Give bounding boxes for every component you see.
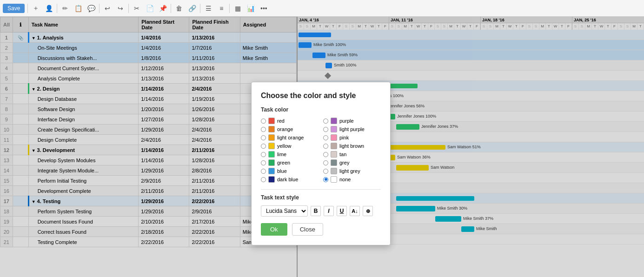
color-radio[interactable] bbox=[261, 169, 266, 174]
color-swatch bbox=[268, 151, 275, 158]
color-label: blue bbox=[277, 168, 287, 174]
color-radio[interactable] bbox=[323, 169, 328, 174]
chart-icon[interactable]: 📊 bbox=[246, 3, 256, 13]
color-label: purple bbox=[339, 118, 354, 124]
color-label: light orange bbox=[277, 135, 304, 140]
color-swatch bbox=[268, 168, 275, 174]
color-radio[interactable] bbox=[323, 160, 328, 165]
color-radio[interactable] bbox=[261, 119, 266, 124]
color-swatch bbox=[331, 126, 337, 132]
color-style-modal: Choose the color and style Task color re… bbox=[251, 82, 391, 245]
color-label: light brown bbox=[339, 143, 364, 149]
add-icon[interactable]: ＋ bbox=[31, 3, 41, 13]
color-option[interactable]: grey bbox=[323, 159, 381, 166]
color-option[interactable]: light orange bbox=[261, 134, 319, 141]
color-label: grey bbox=[339, 160, 349, 165]
color-radio[interactable] bbox=[323, 152, 328, 157]
color-grid: redpurpleorangelight purplelight orangep… bbox=[261, 118, 381, 183]
undo-icon[interactable]: ↩ bbox=[102, 3, 113, 13]
modal-title: Choose the color and style bbox=[261, 92, 381, 100]
separator-4 bbox=[128, 4, 129, 13]
color-option[interactable]: light brown bbox=[323, 143, 381, 149]
color-option[interactable]: light purple bbox=[323, 126, 381, 132]
color-label: none bbox=[339, 177, 351, 182]
modal-overlay: Choose the color and style Task color re… bbox=[0, 17, 644, 277]
more-icon[interactable]: ••• bbox=[259, 3, 269, 13]
ok-button[interactable]: Ok bbox=[261, 223, 287, 236]
color-option[interactable]: tan bbox=[323, 151, 381, 158]
color-option[interactable]: lime bbox=[261, 151, 319, 158]
separator-5 bbox=[171, 4, 171, 13]
separator-2 bbox=[57, 4, 57, 13]
separator-7 bbox=[229, 4, 230, 13]
color-radio[interactable] bbox=[261, 177, 266, 182]
separator-3 bbox=[99, 4, 100, 13]
color-radio[interactable] bbox=[323, 177, 328, 182]
font-color-button[interactable]: A↓ bbox=[350, 206, 360, 216]
color-radio[interactable] bbox=[261, 127, 266, 132]
color-option[interactable]: dark blue bbox=[261, 176, 319, 183]
color-radio[interactable] bbox=[261, 135, 266, 140]
grid-icon[interactable]: ▦ bbox=[232, 3, 243, 13]
color-swatch bbox=[331, 159, 337, 166]
color-radio[interactable] bbox=[323, 144, 328, 149]
color-swatch bbox=[331, 118, 337, 124]
color-swatch bbox=[331, 168, 337, 174]
task-text-style-label: Task text style bbox=[261, 194, 381, 201]
toolbar: Save ＋ 👤 ✏ 📋 💬 ↩ ↪ ✂ 📄 📌 🗑 🔗 ☰ ≡ ▦ 📊 ••• bbox=[0, 0, 644, 17]
color-label: red bbox=[277, 118, 285, 124]
color-radio[interactable] bbox=[261, 152, 266, 157]
color-option[interactable]: purple bbox=[323, 118, 381, 124]
underline-button[interactable]: U bbox=[337, 206, 347, 216]
pin-icon[interactable]: 📌 bbox=[158, 3, 168, 13]
color-option[interactable]: blue bbox=[261, 168, 319, 174]
color-label: pink bbox=[339, 135, 349, 140]
color-label: light purple bbox=[339, 126, 365, 132]
color-option[interactable]: green bbox=[261, 159, 319, 166]
copy-icon[interactable]: 📋 bbox=[73, 3, 83, 13]
color-label: orange bbox=[277, 126, 293, 132]
link-icon[interactable]: 🔗 bbox=[187, 3, 197, 13]
color-option[interactable]: yellow bbox=[261, 143, 319, 149]
redo-icon[interactable]: ↪ bbox=[115, 3, 126, 13]
color-swatch bbox=[268, 118, 275, 124]
font-select[interactable]: Lucida Sans bbox=[261, 205, 308, 217]
paste-icon[interactable]: 📄 bbox=[145, 3, 155, 13]
save-button[interactable]: Save bbox=[3, 4, 25, 13]
list-icon[interactable]: ☰ bbox=[203, 3, 213, 13]
color-radio[interactable] bbox=[323, 119, 328, 124]
edit-icon[interactable]: ✏ bbox=[60, 3, 70, 13]
color-option[interactable]: pink bbox=[323, 134, 381, 141]
color-option[interactable]: none bbox=[323, 176, 381, 183]
color-label: dark blue bbox=[277, 177, 298, 182]
color-swatch bbox=[268, 159, 275, 166]
color-radio[interactable] bbox=[261, 160, 266, 165]
modal-divider bbox=[261, 189, 381, 190]
color-option[interactable]: red bbox=[261, 118, 319, 124]
color-radio[interactable] bbox=[323, 135, 328, 140]
color-option[interactable]: orange bbox=[261, 126, 319, 132]
special-button[interactable]: ⊕ bbox=[363, 206, 373, 216]
color-swatch bbox=[268, 126, 275, 132]
separator-6 bbox=[200, 4, 200, 13]
indent-icon[interactable]: ≡ bbox=[216, 3, 226, 13]
comment-icon[interactable]: 💬 bbox=[86, 3, 96, 13]
bold-button[interactable]: B bbox=[311, 206, 321, 216]
separator-1 bbox=[27, 4, 28, 13]
color-swatch bbox=[268, 134, 275, 141]
color-swatch bbox=[331, 143, 337, 149]
font-row: Lucida Sans B I U A↓ ⊕ bbox=[261, 205, 381, 217]
color-label: yellow bbox=[277, 143, 292, 149]
color-radio[interactable] bbox=[261, 144, 266, 149]
user-icon[interactable]: 👤 bbox=[44, 3, 54, 13]
color-radio[interactable] bbox=[323, 127, 328, 132]
color-option[interactable]: light grey bbox=[323, 168, 381, 174]
italic-button[interactable]: I bbox=[324, 206, 334, 216]
color-label: green bbox=[277, 160, 290, 165]
color-swatch bbox=[331, 134, 337, 141]
color-label: light grey bbox=[339, 168, 360, 174]
cut-icon[interactable]: ✂ bbox=[132, 3, 142, 13]
delete-icon[interactable]: 🗑 bbox=[174, 3, 184, 13]
close-button[interactable]: Close bbox=[292, 223, 323, 236]
color-swatch bbox=[268, 176, 275, 183]
